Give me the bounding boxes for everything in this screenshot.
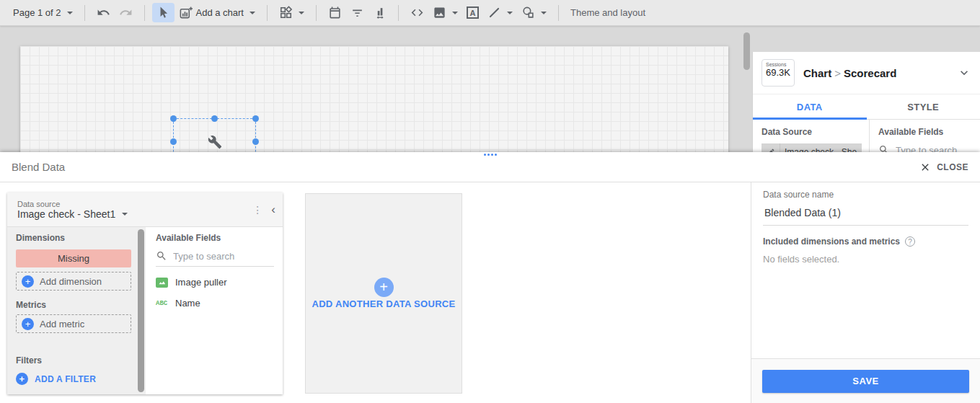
vertical-scrollbar[interactable] (743, 32, 750, 70)
divider (144, 5, 145, 21)
resize-handle[interactable] (252, 138, 259, 145)
add-dimension-label: Add dimension (40, 276, 102, 287)
date-range-control-button[interactable] (324, 3, 346, 22)
more-options-icon[interactable]: ⋮ (251, 204, 264, 216)
filter-icon (350, 6, 364, 19)
source-card-body: Dimensions Missing + Add dimension Metri… (7, 227, 283, 394)
card-available-fields-column: Available Fields Image puller ABC Name (146, 227, 283, 394)
line-tool-button[interactable] (483, 3, 517, 22)
resize-handle[interactable] (211, 115, 218, 122)
add-filter-label: ADD A FILTER (35, 374, 96, 384)
wrench-icon (208, 135, 222, 149)
edit-data-source-button[interactable] (762, 143, 780, 152)
blend-source-card: Data source Image check - Sheet1 ⋮ ‹ Dim… (7, 192, 283, 394)
fields-search (878, 144, 973, 152)
resize-handle[interactable] (170, 115, 177, 122)
data-source-row: Image check - She... (762, 143, 862, 152)
redo-button[interactable] (115, 3, 137, 22)
filters-label: Filters (16, 355, 131, 366)
report-canvas[interactable] (20, 46, 728, 152)
fields-search-input[interactable] (896, 145, 973, 153)
data-control-icon (373, 6, 387, 19)
tab-style[interactable]: STYLE (867, 94, 980, 119)
text-box-icon: A (467, 6, 479, 19)
properties-panel: Sessions 69.3K Chart>Scorecard DATA STYL… (752, 52, 980, 152)
tab-data[interactable]: DATA (753, 94, 867, 119)
shape-tool-button[interactable] (517, 3, 551, 22)
cursor-icon (156, 6, 170, 19)
image-icon (433, 6, 446, 19)
add-another-data-source-button[interactable]: + ADD ANOTHER DATA SOURCE (305, 193, 462, 394)
add-dimension-button[interactable]: + Add dimension (16, 272, 131, 291)
community-viz-icon (279, 6, 293, 19)
breadcrumb-separator: > (831, 67, 844, 79)
collapse-chevron-icon[interactable]: ‹ (268, 203, 278, 217)
page-selector[interactable]: Page 1 of 2 (9, 4, 77, 21)
add-chart-button[interactable]: Add a chart (175, 3, 260, 22)
blend-data-panel: Blend Data CLOSE Data source Image check… (0, 152, 980, 403)
text-field-icon: ABC (156, 300, 168, 307)
resize-handle[interactable] (170, 138, 177, 145)
search-icon (878, 144, 890, 152)
theme-layout-label: Theme and layout (570, 7, 645, 18)
blend-settings-footer: SAVE (751, 358, 980, 403)
data-source-column: Data Source Image check - She... + BLEND… (753, 120, 870, 152)
breadcrumb-subtype: Scorecard (844, 67, 896, 79)
add-filter-button[interactable]: + ADD A FILTER (16, 373, 131, 385)
redo-icon (119, 6, 133, 19)
theme-layout-button[interactable]: Theme and layout (566, 4, 650, 21)
line-icon (487, 6, 501, 19)
community-visualizations-button[interactable] (275, 3, 309, 22)
divider (398, 5, 399, 21)
selected-chart-element[interactable] (173, 118, 256, 152)
chevron-down-icon (507, 12, 513, 14)
filter-control-button[interactable] (346, 3, 368, 22)
breadcrumb: Chart>Scorecard (803, 67, 896, 79)
data-source-chip[interactable]: Image check - She... (780, 143, 862, 152)
page-selector-label: Page 1 of 2 (13, 7, 61, 18)
field-list-item[interactable]: Image puller (156, 277, 274, 288)
available-fields-column: Available Fields (870, 120, 980, 152)
undo-button[interactable] (92, 3, 115, 22)
add-metric-button[interactable]: + Add metric (16, 314, 131, 333)
blend-panel-title: Blend Data (12, 161, 65, 173)
field-name: Image puller (175, 277, 227, 288)
card-fields-search-input[interactable] (173, 251, 274, 262)
close-button[interactable]: CLOSE (919, 161, 968, 173)
embed-url-button[interactable] (406, 3, 428, 22)
available-fields-label: Available Fields (878, 127, 973, 137)
preview-metric-value: 69.3K (766, 67, 790, 78)
image-tool-button[interactable] (428, 3, 462, 22)
panel-drag-handle[interactable] (484, 154, 497, 156)
source-label: Data source (17, 200, 128, 208)
data-control-button[interactable] (368, 3, 391, 22)
chevron-down-icon[interactable] (957, 66, 971, 80)
divider (84, 5, 85, 21)
help-icon[interactable]: ? (905, 236, 915, 247)
available-fields-label: Available Fields (156, 233, 274, 243)
divider (267, 5, 268, 21)
field-list-item[interactable]: ABC Name (156, 298, 274, 309)
metrics-label: Metrics (16, 300, 131, 310)
column-scrollbar[interactable] (138, 229, 144, 392)
scorecard-preview: Sessions 69.3K (762, 59, 795, 87)
data-source-name-input[interactable]: Blended Data (1) (763, 200, 968, 226)
select-tool-button[interactable] (152, 3, 175, 22)
missing-dimension-chip[interactable]: Missing (16, 249, 131, 267)
source-selector[interactable]: Data source Image check - Sheet1 (17, 200, 128, 220)
plus-icon: + (22, 275, 34, 288)
text-tool-button[interactable]: A (462, 4, 483, 22)
resize-handle[interactable] (252, 115, 259, 122)
add-chart-label: Add a chart (196, 7, 244, 18)
chevron-down-icon (541, 12, 547, 14)
dimensions-label: Dimensions (16, 233, 131, 243)
chevron-down-icon (67, 12, 73, 14)
source-card-header: Data source Image check - Sheet1 ⋮ ‹ (7, 192, 283, 227)
divider (316, 5, 317, 21)
shape-icon (521, 6, 535, 19)
close-icon (919, 161, 931, 173)
save-button[interactable]: SAVE (762, 370, 969, 393)
plus-icon: + (16, 373, 28, 385)
calendar-icon (328, 6, 342, 19)
chart-header: Sessions 69.3K Chart>Scorecard (753, 52, 980, 94)
